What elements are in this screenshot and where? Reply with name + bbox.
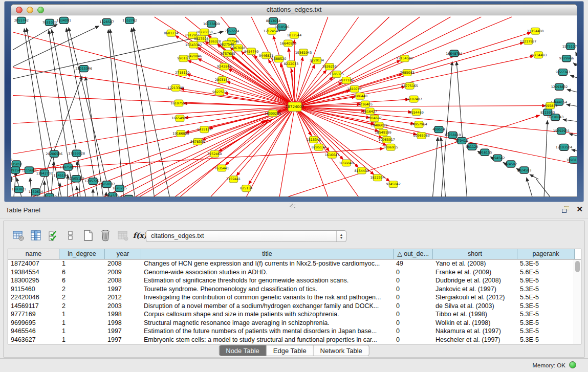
- citation-edge[interactable]: [52, 30, 86, 196]
- cell-year[interactable]: 1998: [105, 319, 141, 327]
- column-header-in_degree[interactable]: in_degree: [59, 249, 105, 259]
- cell-year[interactable]: 1997: [105, 327, 141, 336]
- cell-title[interactable]: Genome-wide association studies in ADHD.: [141, 268, 394, 277]
- table-row[interactable]: 911546021997Tourette syndrome. Phenomeno…: [8, 285, 574, 294]
- table-row[interactable]: 1830029562008Estimation of significance …: [8, 276, 574, 285]
- table-row[interactable]: 946362711997Embryonic stem cells: a mode…: [8, 336, 574, 344]
- cell-name[interactable]: 9115460: [8, 285, 59, 294]
- citation-edge[interactable]: [13, 24, 57, 50]
- cell-name[interactable]: 14569117: [8, 302, 59, 311]
- cell-in_degree[interactable]: 6: [59, 268, 105, 277]
- cell-out_de[interactable]: 0: [394, 319, 433, 327]
- cell-pagerank[interactable]: 5.3E-5: [517, 259, 574, 268]
- citation-edge-selected[interactable]: [294, 40, 295, 107]
- cell-in_degree[interactable]: 2: [59, 285, 105, 294]
- cell-name[interactable]: 9777169: [8, 310, 59, 319]
- column-header-out_de[interactable]: △ out_de...: [394, 249, 433, 259]
- vertical-scrollbar[interactable]: [574, 259, 581, 344]
- cell-short[interactable]: Tibbo et al. (1998): [433, 310, 517, 319]
- cell-pagerank[interactable]: 5.3E-5: [517, 327, 574, 336]
- splitter-handle-icon[interactable]: [290, 204, 295, 208]
- table-row[interactable]: 1456911722003Disruption of a novel membe…: [8, 302, 574, 311]
- close-button[interactable]: [16, 7, 23, 13]
- cell-title[interactable]: Investigating the contribution of common…: [141, 293, 394, 302]
- citation-edge[interactable]: [133, 28, 169, 196]
- delete-table-icon[interactable]: [115, 228, 130, 244]
- cell-short[interactable]: Yano et al. (2008): [433, 259, 517, 268]
- cell-name[interactable]: 18300295: [8, 276, 59, 285]
- citation-edge[interactable]: [69, 28, 111, 196]
- citation-edge-selected[interactable]: [295, 64, 315, 106]
- citation-edge[interactable]: [567, 104, 577, 106]
- citation-edge[interactable]: [536, 179, 550, 196]
- citation-edge-selected[interactable]: [210, 106, 295, 196]
- new-column-icon[interactable]: [80, 228, 96, 244]
- cell-name[interactable]: 18724007: [8, 259, 59, 268]
- citation-edge[interactable]: [13, 26, 99, 67]
- table-mode-icon[interactable]: [62, 228, 78, 244]
- minimize-button[interactable]: [27, 7, 33, 13]
- citation-edge-selected[interactable]: [188, 60, 295, 107]
- cell-year[interactable]: 1998: [105, 310, 141, 319]
- cell-out_de[interactable]: 0: [394, 327, 433, 336]
- cell-title[interactable]: Corpus callosum shape and size in male p…: [141, 310, 394, 319]
- cell-name[interactable]: 9463627: [8, 336, 59, 344]
- cell-in_degree[interactable]: 1: [59, 259, 105, 268]
- citation-edge-selected[interactable]: [13, 106, 295, 177]
- citation-edge[interactable]: [569, 134, 577, 136]
- cell-in_degree[interactable]: 1: [59, 319, 105, 327]
- delete-column-icon[interactable]: [97, 228, 113, 244]
- cell-out_de[interactable]: 0: [394, 276, 433, 285]
- tab-edge-table[interactable]: Edge Table: [267, 345, 314, 356]
- cell-pagerank[interactable]: 5.5E-5: [517, 293, 574, 302]
- column-header-short[interactable]: short: [433, 249, 517, 259]
- cell-in_degree[interactable]: 6: [59, 276, 105, 285]
- cell-year[interactable]: 2003: [105, 302, 141, 311]
- cell-title[interactable]: Estimation of the future numbers of pati…: [141, 327, 394, 336]
- cell-out_de[interactable]: 0: [394, 310, 433, 319]
- citation-edge[interactable]: [576, 52, 577, 55]
- cell-pagerank[interactable]: 5.3E-5: [517, 310, 574, 319]
- cell-name[interactable]: 22420046: [8, 293, 59, 302]
- cell-out_de[interactable]: 0: [394, 302, 433, 311]
- cell-pagerank[interactable]: 5.9E-5: [517, 276, 574, 285]
- cell-name[interactable]: 9699695: [8, 319, 59, 327]
- column-header-name[interactable]: name: [8, 249, 59, 259]
- citation-edge-selected[interactable]: [295, 106, 328, 196]
- tab-node-table[interactable]: Node Table: [219, 345, 267, 356]
- citation-edge[interactable]: [544, 120, 548, 196]
- cell-in_degree[interactable]: 1: [59, 336, 105, 344]
- cell-out_de[interactable]: 0: [394, 293, 433, 302]
- cell-year[interactable]: 1997: [105, 285, 141, 294]
- cell-out_de[interactable]: 0: [394, 268, 433, 277]
- cell-in_degree[interactable]: 1: [59, 327, 105, 336]
- cell-year[interactable]: 2009: [105, 268, 141, 277]
- cell-pagerank[interactable]: 5.3E-5: [517, 336, 574, 344]
- citation-edge[interactable]: [132, 28, 155, 196]
- cell-short[interactable]: Hescheler et al. (1997): [433, 336, 517, 344]
- cell-title[interactable]: Disruption of a novel member of a sodium…: [141, 302, 394, 311]
- table-row[interactable]: 2242004622012Investigating the contribut…: [8, 293, 574, 302]
- citation-edge-selected[interactable]: [198, 58, 295, 106]
- table-row[interactable]: 946554611997Estimation of the future num…: [8, 327, 574, 336]
- table-row[interactable]: 969969511998Structural magnetic resonanc…: [8, 319, 574, 327]
- cell-pagerank[interactable]: 5.6E-5: [517, 268, 574, 277]
- column-header-year[interactable]: year: [105, 249, 141, 259]
- table-select-dropdown[interactable]: citations_edges.txt ▲▼: [146, 230, 346, 242]
- table-row[interactable]: 1872400712008Changes of HCN gene express…: [8, 259, 574, 268]
- citation-edge-selected[interactable]: [103, 106, 295, 196]
- cell-short[interactable]: de Silva et al. (2003): [433, 302, 517, 311]
- cell-year[interactable]: 2008: [105, 259, 141, 268]
- citation-edge-selected[interactable]: [249, 106, 295, 184]
- cell-year[interactable]: 2012: [105, 293, 141, 302]
- cell-title[interactable]: Changes of HCN gene expression and I(f) …: [141, 259, 394, 268]
- float-panel-icon[interactable]: [562, 206, 571, 214]
- cell-pagerank[interactable]: 5.3E-5: [517, 302, 574, 311]
- cell-out_de[interactable]: 49: [394, 259, 433, 268]
- zoom-button[interactable]: [37, 7, 44, 13]
- cell-out_de[interactable]: 0: [394, 336, 433, 344]
- citation-edge[interactable]: [570, 75, 577, 78]
- table-row[interactable]: 977716911998Corpus callosum shape and si…: [8, 310, 574, 319]
- cell-name[interactable]: 19384554: [8, 268, 59, 277]
- citation-edge[interactable]: [567, 90, 577, 92]
